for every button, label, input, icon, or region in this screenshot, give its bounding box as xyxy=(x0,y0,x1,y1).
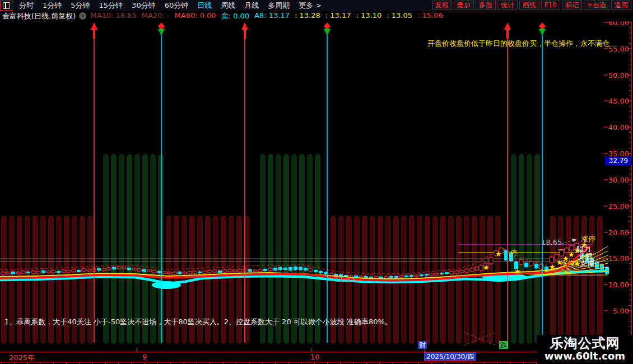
candle-down xyxy=(404,276,408,277)
candle-down xyxy=(319,271,323,273)
candle-up xyxy=(117,267,121,269)
candle-up xyxy=(233,270,237,272)
watermark-site-name: 乐淘公式网 xyxy=(537,336,633,351)
period-tab-多周期[interactable]: 多周期 xyxy=(263,1,294,11)
bg-bar xyxy=(236,216,242,344)
period-tab-15分钟[interactable]: 15分钟 xyxy=(95,1,128,11)
down-arrow-icon xyxy=(539,29,546,36)
candle-up xyxy=(223,270,227,272)
candle-up xyxy=(162,272,166,273)
candle-up xyxy=(415,275,418,277)
candle-up xyxy=(188,272,192,274)
candle-up xyxy=(253,270,257,272)
toolbar-button-画线[interactable]: 画线 xyxy=(519,1,539,10)
candle-up xyxy=(529,262,533,265)
indicator-value: 卖: 0.00 xyxy=(221,11,249,21)
toolbar-button-复权[interactable]: 复权 xyxy=(432,1,452,10)
candle-down xyxy=(425,274,429,276)
main-chart[interactable]: ★★★★★★★★★★ xyxy=(0,0,633,364)
down-arrow-icon xyxy=(158,29,165,36)
candle-up xyxy=(399,276,403,277)
bg-bar xyxy=(127,154,132,344)
candle-up xyxy=(46,271,50,273)
bg-bar xyxy=(205,216,211,344)
candle-up xyxy=(16,272,20,274)
star-icon: ★ xyxy=(483,263,490,272)
candle-down xyxy=(11,272,15,274)
period-tab-月线[interactable]: 月线 xyxy=(240,1,263,11)
period-tab-60分钟[interactable]: 60分钟 xyxy=(160,1,193,11)
candle-down xyxy=(178,272,181,274)
period-tab-分时[interactable]: 分时 xyxy=(15,1,38,11)
date-label: 10 xyxy=(310,353,320,361)
candle-up xyxy=(167,272,171,274)
price-tick-label: 45.00 xyxy=(608,97,629,105)
toolbar-button-F10[interactable]: F10 xyxy=(541,1,560,10)
bg-bar xyxy=(119,154,124,344)
price-axis: 60.0055.0050.0045.0040.0035.0030.0025.00… xyxy=(608,0,631,364)
toolbar-button-返回[interactable]: 返回 xyxy=(611,1,631,10)
candle-down xyxy=(112,267,116,269)
period-tab-1分钟[interactable]: 1分钟 xyxy=(38,1,66,11)
star-icon: ★ xyxy=(556,258,563,267)
period-tab-日线[interactable]: 日线 xyxy=(193,1,216,11)
title-bar: 金富科技(日线.前复权) ∨ MA10: 18.65MA20: -MA60: 0… xyxy=(0,11,633,21)
flag-cai: 财 xyxy=(418,341,427,349)
toolbar-buttons: 复权叠加多股统计画线F10标记+自选返回 xyxy=(432,1,633,10)
bg-bar xyxy=(150,154,156,344)
candle-up xyxy=(147,270,151,272)
candle-up xyxy=(82,269,86,271)
bg-bar xyxy=(597,216,603,344)
candle-up xyxy=(1,272,5,274)
candle-up xyxy=(72,269,76,272)
candle-down xyxy=(445,272,449,274)
bg-bar xyxy=(558,216,564,344)
chevron-down-icon[interactable]: ∨ xyxy=(79,12,86,20)
candle-up xyxy=(36,272,40,273)
bg-bar xyxy=(158,154,164,344)
candle-down xyxy=(127,268,131,270)
stock-title[interactable]: 金富科技(日线.前复权) xyxy=(0,11,78,21)
toolbar-button-统计[interactable]: 统计 xyxy=(497,1,518,10)
diamond-icon xyxy=(158,22,165,30)
period-tab-30分钟[interactable]: 30分钟 xyxy=(127,1,160,11)
candle-down xyxy=(218,270,222,273)
diamond-icon xyxy=(324,22,331,30)
bg-bar xyxy=(511,154,516,344)
candle-up xyxy=(132,268,136,270)
bg-bar xyxy=(550,216,556,344)
candle-down xyxy=(364,276,368,278)
candle-down xyxy=(273,268,277,270)
candle-down xyxy=(440,273,444,274)
window-pane-icon[interactable] xyxy=(0,1,12,11)
toolbar-button-多股[interactable]: 多股 xyxy=(476,1,496,10)
candle-up xyxy=(183,272,187,274)
candle-up xyxy=(107,268,111,270)
bg-bar xyxy=(166,216,171,344)
candle-up xyxy=(465,269,469,272)
selected-date[interactable]: 2025/10/30/四 xyxy=(424,352,476,361)
toolbar-button-叠加[interactable]: 叠加 xyxy=(454,1,474,10)
bg-bar xyxy=(229,216,234,344)
bg-bar xyxy=(527,154,532,344)
up-arrow-icon xyxy=(241,22,248,30)
period-tab-更多 >[interactable]: 更多 > xyxy=(294,1,326,11)
indicator-values: MA10: 18.65MA20: -MA60: 0.00卖: 0.00A8: 1… xyxy=(90,11,448,21)
candle-up xyxy=(570,246,574,250)
price-tick-label: 40.00 xyxy=(608,123,629,132)
indicator-histogram-bars xyxy=(1,154,603,344)
candle-up xyxy=(539,265,543,269)
candle-up xyxy=(173,272,176,274)
candle-down xyxy=(288,267,292,270)
period-tab-周线[interactable]: 周线 xyxy=(216,1,240,11)
candle-up xyxy=(122,267,126,269)
period-tab-5分钟[interactable]: 5分钟 xyxy=(66,1,94,11)
bg-bar xyxy=(87,216,93,344)
toolbar-button-+自选[interactable]: +自选 xyxy=(584,1,609,10)
indicator-value: : 13.10 xyxy=(356,11,381,21)
period-toolbar: 分时1分钟5分钟15分钟30分钟60分钟日线周线月线多周期更多 > 复权叠加多股… xyxy=(0,0,633,11)
toolbar-button-标记[interactable]: 标记 xyxy=(562,1,582,10)
candle-up xyxy=(87,269,91,271)
candle-down xyxy=(263,269,267,271)
star-icon: ★ xyxy=(574,259,581,268)
